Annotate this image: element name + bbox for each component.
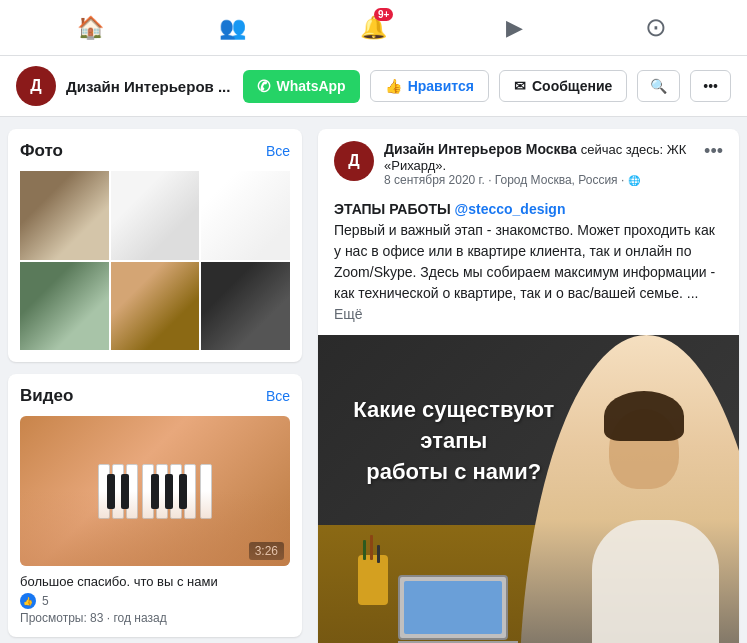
photo-thumb-4[interactable] (20, 262, 109, 351)
nav-home[interactable]: 🏠 (67, 4, 115, 52)
post-heading-text: ЭТАПЫ РАБОТЫ (334, 201, 451, 217)
post-card: Д Дизайн Интерьеров Москва сейчас здесь:… (318, 129, 739, 643)
laptop (398, 575, 518, 643)
like-button[interactable]: 👍 Нравится (370, 70, 489, 102)
page-name: Дизайн Интерьеров ... (66, 78, 233, 95)
video-like-count: 5 (42, 594, 49, 608)
like-label: Нравится (408, 78, 474, 94)
person-shirt (592, 520, 719, 643)
videos-section: Видео Все (8, 374, 302, 637)
post-more-button[interactable]: ••• (704, 141, 723, 162)
photo-4-content (20, 262, 109, 351)
keyboard-visual (20, 416, 290, 566)
nav-video[interactable]: ▶ (491, 4, 539, 52)
like-thumb-icon: 👍 (20, 593, 36, 609)
photo-thumb-5[interactable] (111, 262, 200, 351)
photos-header: Фото Все (20, 141, 290, 161)
post-header: Д Дизайн Интерьеров Москва сейчас здесь:… (318, 129, 739, 199)
person-area (507, 335, 739, 643)
post-image[interactable]: Какие существуют этапы работы с нами? (318, 335, 739, 643)
person-hair (604, 391, 684, 441)
page-avatar: Д (16, 66, 56, 106)
like-icon: 👍 (385, 78, 402, 94)
videos-title: Видео (20, 386, 73, 406)
photo-2-content (111, 171, 200, 260)
notification-badge: 9+ (374, 8, 393, 21)
message-icon: ✉ (514, 78, 526, 94)
nav-notifications[interactable]: 🔔 9+ (349, 4, 397, 52)
video-title: большое спасибо. что вы с нами (20, 574, 290, 589)
top-navigation: 🏠 👥 🔔 9+ ▶ ⊙ (0, 0, 747, 56)
whatsapp-icon: ✆ (257, 77, 270, 96)
post-avatar: Д (334, 141, 374, 181)
photo-thumb-3[interactable] (201, 171, 290, 260)
video-meta: 👍 5 (20, 593, 290, 609)
videos-header: Видео Все (20, 386, 290, 406)
message-label: Сообщение (532, 78, 612, 94)
post-hashtag[interactable]: @stecco_design (455, 201, 566, 217)
photo-6-content (201, 262, 290, 351)
photos-section: Фото Все (8, 129, 302, 362)
search-button[interactable]: 🔍 (637, 70, 680, 102)
main-layout: Фото Все (0, 117, 747, 643)
photos-all-link[interactable]: Все (266, 143, 290, 159)
photo-thumb-6[interactable] (201, 262, 290, 351)
post-author-name: Дизайн Интерьеров Москва (384, 141, 577, 157)
photo-thumb-1[interactable] (20, 171, 109, 260)
post-date-text: 8 сентября 2020 г. · Город Москва, Росси… (384, 173, 624, 187)
whatsapp-label: WhatsApp (276, 78, 345, 94)
more-button[interactable]: ••• (690, 70, 731, 102)
pencil-holder (358, 555, 388, 605)
post-heading: ЭТАПЫ РАБОТЫ @stecco_design (334, 201, 565, 217)
nav-profile[interactable]: ⊙ (632, 4, 680, 52)
left-sidebar: Фото Все (0, 129, 310, 643)
message-button[interactable]: ✉ Сообщение (499, 70, 627, 102)
post-meta: Дизайн Интерьеров Москва сейчас здесь: Ж… (384, 141, 694, 187)
photo-grid (20, 171, 290, 350)
search-icon: 🔍 (650, 78, 667, 94)
video-stats: Просмотры: 83 · год назад (20, 611, 290, 625)
video-thumbnail[interactable]: 3:26 (20, 416, 290, 566)
photos-title: Фото (20, 141, 63, 161)
whatsapp-button[interactable]: ✆ WhatsApp (243, 70, 359, 103)
post-date: 8 сентября 2020 г. · Город Москва, Росси… (384, 173, 694, 187)
photo-1-content (20, 171, 109, 260)
photo-thumb-2[interactable] (111, 171, 200, 260)
more-icon: ••• (703, 78, 718, 94)
globe-icon: 🌐 (628, 175, 640, 186)
post-body-text: Первый и важный этап - знакомство. Может… (334, 222, 715, 301)
post-more-link[interactable]: Ещё (334, 306, 363, 322)
videos-all-link[interactable]: Все (266, 388, 290, 404)
nav-friends[interactable]: 👥 (208, 4, 256, 52)
post-author: Дизайн Интерьеров Москва сейчас здесь: Ж… (384, 141, 694, 173)
post-body: ЭТАПЫ РАБОТЫ @stecco_design Первый и важ… (318, 199, 739, 335)
right-feed: Д Дизайн Интерьеров Москва сейчас здесь:… (310, 129, 747, 643)
photo-5-content (111, 262, 200, 351)
page-header: Д Дизайн Интерьеров ... ✆ WhatsApp 👍 Нра… (0, 56, 747, 117)
photo-3-content (201, 171, 290, 260)
